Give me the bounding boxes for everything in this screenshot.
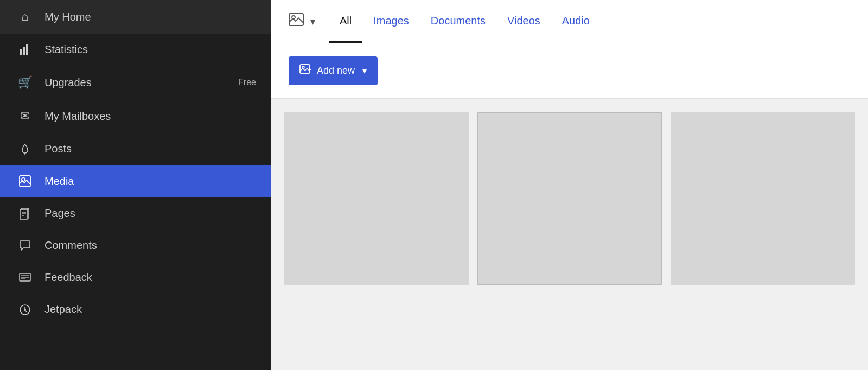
sidebar-item-label: Posts <box>44 143 256 155</box>
main-content: ▾ All Images Documents Videos Audio <box>271 0 868 370</box>
svg-rect-7 <box>20 209 28 219</box>
feedback-icon <box>15 272 35 284</box>
svg-rect-2 <box>26 44 28 55</box>
sidebar-item-posts[interactable]: Posts <box>0 133 271 165</box>
pin-icon <box>15 143 35 155</box>
media-grid <box>271 99 868 370</box>
cart-icon: 🛒 <box>15 75 35 90</box>
jetpack-icon <box>15 304 35 316</box>
filter-button[interactable]: ▾ <box>280 0 324 43</box>
tab-all[interactable]: All <box>329 0 362 43</box>
sidebar-item-media[interactable]: Media <box>0 165 271 197</box>
tab-documents[interactable]: Documents <box>420 0 496 43</box>
add-new-chevron-icon: ▾ <box>362 66 367 76</box>
sidebar-item-comments[interactable]: Comments <box>0 229 271 261</box>
sidebar-item-label: Pages <box>44 207 256 220</box>
sidebar-item-jetpack[interactable]: Jetpack <box>0 294 271 326</box>
media-item[interactable] <box>477 112 662 285</box>
sidebar-item-label: Media <box>44 175 256 188</box>
comments-icon <box>15 240 35 252</box>
sidebar-item-my-mailboxes[interactable]: ✉ My Mailboxes <box>0 99 271 133</box>
add-new-label: Add new <box>317 65 355 76</box>
sidebar-item-pages[interactable]: Pages <box>0 197 271 229</box>
upgrades-badge: Free <box>238 78 256 87</box>
sidebar-item-label: Feedback <box>44 271 256 284</box>
add-new-area: Add new ▾ <box>271 43 868 99</box>
add-new-button[interactable]: Add new ▾ <box>289 56 378 85</box>
sidebar-item-feedback[interactable]: Feedback <box>0 261 271 294</box>
pages-icon <box>15 208 35 220</box>
sidebar-item-label: Upgrades <box>44 76 238 89</box>
sidebar-item-my-home[interactable]: ⌂ My Home <box>0 0 271 34</box>
sidebar-item-upgrades[interactable]: 🛒 Upgrades Free <box>0 66 271 99</box>
tab-audio[interactable]: Audio <box>551 0 601 43</box>
tabs-bar: ▾ All Images Documents Videos Audio <box>271 0 868 43</box>
tab-videos[interactable]: Videos <box>496 0 551 43</box>
sidebar-item-label: Comments <box>44 239 256 252</box>
mail-icon: ✉ <box>15 109 35 123</box>
sidebar-item-label: My Mailboxes <box>44 110 256 123</box>
image-filter-icon <box>289 13 304 30</box>
tab-images[interactable]: Images <box>362 0 420 43</box>
media-item[interactable] <box>284 112 469 285</box>
bar-chart-icon <box>15 44 35 56</box>
add-media-icon <box>299 64 311 78</box>
svg-rect-0 <box>20 49 22 55</box>
media-icon <box>15 175 35 188</box>
sidebar-item-label: Jetpack <box>44 303 256 316</box>
svg-point-16 <box>24 309 26 311</box>
svg-rect-1 <box>23 47 25 55</box>
home-icon: ⌂ <box>15 10 35 24</box>
sidebar: ⌂ My Home Statistics 🛒 Upgrades Free ✉ M… <box>0 0 271 370</box>
media-item[interactable] <box>671 112 855 285</box>
sidebar-item-statistics[interactable]: Statistics <box>0 34 271 66</box>
filter-chevron-icon: ▾ <box>310 16 315 28</box>
sidebar-item-label: My Home <box>44 11 256 23</box>
